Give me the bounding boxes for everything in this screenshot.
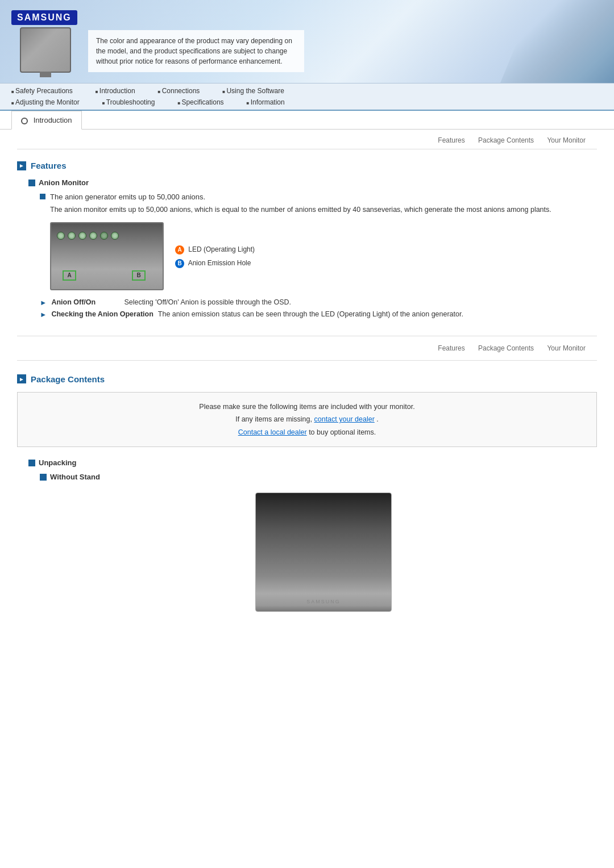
header-banner: SAMSUNG The color and appearance of the … [0, 0, 614, 83]
info-line-2: If any items are missing, contact your d… [29, 413, 585, 426]
blue-square-icon-2 [28, 460, 35, 466]
nav-item-trouble[interactable]: Troubleshooting [102, 98, 155, 106]
without-stand-heading: Without Stand [40, 473, 597, 481]
nav-section-row2-adj: Adjusting the Monitor [11, 98, 80, 106]
arrow-label-1: Anion Off/On [51, 298, 119, 306]
legend-a-text: LED (Operating Light) [188, 245, 255, 253]
anion-body-text: The anion monitor emits up to 50,000 ani… [50, 205, 597, 215]
package-title: Package Contents [31, 374, 105, 384]
nav-section-row1-intro: Introduction [96, 87, 135, 95]
diagram-label-b: B [132, 270, 146, 281]
sub-nav-features[interactable]: Features [438, 136, 464, 144]
led-dot-3 [78, 232, 86, 240]
info-prefix: If any items are missing, [235, 415, 312, 423]
samsung-logo: SAMSUNG [11, 10, 77, 25]
tab-label: Introduction [34, 116, 72, 124]
banner-text: The color and appearance of the product … [88, 30, 304, 72]
info-line-3: Contact a local dealer to buy optional i… [29, 426, 585, 439]
arrow-item-2: ► Checking the Anion Operation The anion… [40, 310, 597, 319]
features-title: Features [31, 161, 67, 170]
nav-section-row1-soft: Using the Software [222, 87, 284, 95]
nav-item-intro[interactable]: Introduction [96, 87, 135, 95]
legend-item-b: B Anion Emission Hole [175, 256, 255, 270]
led-dot-2 [68, 232, 76, 240]
main-content: Features Package Contents Your Monitor ►… [0, 130, 614, 612]
led-dots [57, 232, 119, 240]
bullet-square-icon [40, 194, 45, 199]
blue-square-icon-3 [40, 474, 47, 481]
led-dot-4 [89, 232, 97, 240]
unpacking-heading: Unpacking [28, 458, 597, 467]
nav-section-row2-trouble: Troubleshooting [102, 98, 155, 106]
sub-nav-1: Features Package Contents Your Monitor [17, 130, 597, 149]
arrow-bullet-2: ► [40, 311, 47, 319]
nav-item-adjust[interactable]: Adjusting the Monitor [11, 98, 80, 106]
tab-circle-icon [21, 118, 28, 124]
led-dot-5 [100, 232, 108, 240]
nav-item-connections[interactable]: Connections [158, 87, 200, 95]
led-dot-6 [111, 232, 119, 240]
nav-section-row1-conn: Connections [158, 87, 200, 95]
anion-bullet-text: The anion generator emits up to 50,000 a… [50, 193, 205, 201]
nav-item-spec[interactable]: Specifications [177, 98, 223, 106]
arrow-bullet-1: ► [40, 299, 47, 307]
info-suffix: to buy optional items. [309, 428, 376, 436]
sub-nav-2-monitor[interactable]: Your Monitor [547, 344, 586, 352]
contact-dealer-link[interactable]: contact your dealer [314, 415, 374, 423]
nav-bar: Safety Precautions Introduction Connecti… [0, 83, 614, 111]
local-dealer-link[interactable]: Contact a local dealer [238, 428, 307, 436]
nav-item-safety[interactable]: Safety Precautions [11, 87, 73, 95]
anion-monitor-label: Anion Monitor [39, 178, 89, 187]
monitor-diagram-area: A B A LED (Operating Light) B Anion Emis… [50, 222, 597, 290]
anion-monitor-heading: Anion Monitor [28, 178, 597, 187]
sub-nav-2-features[interactable]: Features [438, 344, 464, 352]
header-monitor-image [20, 27, 71, 73]
nav-section-row2-spec: Specifications [177, 98, 223, 106]
package-arrow-icon: ► [17, 374, 26, 383]
arrow-desc-2: The anion emission status can be seen th… [158, 310, 463, 318]
nav-item-info[interactable]: Information [247, 98, 285, 106]
package-contents-section: ► Package Contents Please make sure the … [17, 374, 597, 612]
unpacking-label: Unpacking [39, 458, 76, 467]
diagram-legend: A LED (Operating Light) B Anion Emission… [175, 243, 255, 270]
circle-label-a: A [175, 245, 184, 254]
sub-nav-2-package[interactable]: Package Contents [478, 344, 534, 352]
without-stand-label: Without Stand [50, 473, 100, 481]
info-period: . [376, 415, 378, 423]
blue-square-icon [28, 180, 35, 186]
arrow-label-2: Checking the Anion Operation [51, 310, 153, 318]
sub-nav-monitor[interactable]: Your Monitor [547, 136, 586, 144]
anion-bullet-item: The anion generator emits up to 50,000 a… [40, 193, 597, 201]
nav-item-software[interactable]: Using the Software [222, 87, 284, 95]
features-heading: ► Features [17, 161, 597, 170]
arrow-item-1: ► Anion Off/On Selecting 'Off/On' Anion … [40, 298, 597, 307]
tab-introduction[interactable]: Introduction [11, 111, 82, 130]
arrow-desc-1: Selecting 'Off/On' Anion is possible thr… [124, 298, 291, 306]
package-heading: ► Package Contents [17, 374, 597, 384]
info-box: Please make sure the following items are… [17, 392, 597, 448]
features-arrow-icon: ► [17, 161, 26, 170]
legend-item-a: A LED (Operating Light) [175, 243, 255, 256]
tab-bar: Introduction [0, 111, 614, 130]
monitor-photo [255, 493, 392, 612]
info-line-1: Please make sure the following items are… [29, 400, 585, 414]
sub-nav-2: Features Package Contents Your Monitor [17, 336, 597, 361]
nav-section-row2-info: Information [247, 98, 285, 106]
monitor-photo-container [50, 493, 597, 612]
sub-nav-package[interactable]: Package Contents [478, 136, 534, 144]
monitor-diagram: A B [50, 222, 164, 290]
features-section: ► Features Anion Monitor The anion gener… [17, 161, 597, 319]
circle-label-b: B [175, 259, 184, 268]
diagram-label-a: A [63, 270, 76, 281]
legend-b-text: Anion Emission Hole [188, 259, 251, 267]
led-dot-1 [57, 232, 65, 240]
nav-section-row1: Safety Precautions [11, 87, 73, 95]
